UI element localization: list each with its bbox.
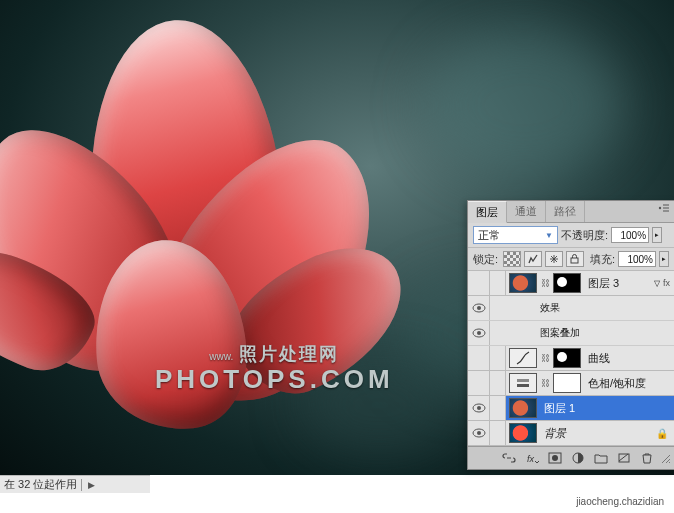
visibility-toggle[interactable] bbox=[468, 271, 490, 295]
svg-rect-10 bbox=[517, 384, 529, 387]
link-col[interactable] bbox=[490, 371, 506, 395]
effects-row[interactable]: 效果 bbox=[468, 296, 674, 321]
fill-stepper[interactable]: ▸ bbox=[659, 251, 669, 267]
opacity-stepper[interactable]: ▸ bbox=[652, 227, 662, 243]
layer-style-button[interactable]: fx bbox=[521, 449, 543, 467]
svg-rect-4 bbox=[571, 258, 578, 263]
layer-name[interactable]: 图层 3 bbox=[584, 276, 654, 291]
link-col[interactable] bbox=[490, 421, 506, 445]
link-col[interactable] bbox=[490, 271, 506, 295]
adjustment-thumbnail[interactable] bbox=[509, 348, 537, 368]
watermark-www: www. bbox=[209, 351, 233, 362]
panel-tabs: 图层 通道 路径 bbox=[468, 201, 674, 223]
blend-mode-dropdown[interactable]: 正常 ▼ bbox=[473, 226, 558, 244]
visibility-toggle[interactable] bbox=[468, 371, 490, 395]
layer-name[interactable]: 色相/饱和度 bbox=[584, 376, 674, 391]
panel-menu-button[interactable] bbox=[654, 201, 674, 222]
status-menu-arrow[interactable]: ▶ bbox=[88, 480, 95, 490]
layer-name[interactable]: 图层 1 bbox=[540, 401, 674, 416]
layers-panel[interactable]: 图层 通道 路径 正常 ▼ 不透明度: 100% ▸ 锁定: 填充: 100% … bbox=[467, 200, 674, 470]
svg-rect-19 bbox=[619, 454, 629, 462]
new-group-button[interactable] bbox=[590, 449, 612, 467]
svg-rect-9 bbox=[517, 379, 529, 382]
adjustment-layer-button[interactable] bbox=[567, 449, 589, 467]
lock-transparent-button[interactable] bbox=[503, 251, 521, 267]
layer-mask-button[interactable] bbox=[544, 449, 566, 467]
layer-thumbnail[interactable] bbox=[509, 398, 537, 418]
lock-label: 锁定: bbox=[473, 252, 498, 267]
link-col[interactable] bbox=[490, 396, 506, 420]
panel-footer: fx bbox=[468, 446, 674, 469]
svg-point-17 bbox=[552, 455, 558, 461]
mask-thumbnail[interactable] bbox=[553, 348, 581, 368]
status-bar: 在 32 位起作用 ▶ bbox=[0, 475, 150, 493]
mask-thumbnail[interactable] bbox=[553, 373, 581, 393]
fill-label: 填充: bbox=[590, 252, 615, 267]
svg-point-12 bbox=[477, 406, 481, 410]
visibility-toggle[interactable] bbox=[468, 346, 490, 370]
visibility-toggle[interactable] bbox=[468, 321, 490, 345]
tab-paths[interactable]: 路径 bbox=[546, 201, 585, 222]
effects-label: 效果 bbox=[490, 301, 674, 315]
svg-line-22 bbox=[669, 462, 670, 463]
layer-row-curves[interactable]: ⛓ 曲线 bbox=[468, 346, 674, 371]
pattern-overlay-row[interactable]: 图案叠加 bbox=[468, 321, 674, 346]
delete-layer-button[interactable] bbox=[636, 449, 658, 467]
layer-name[interactable]: 背景 bbox=[540, 426, 656, 441]
status-text: 在 32 位起作用 bbox=[4, 477, 77, 492]
lock-position-button[interactable] bbox=[545, 251, 563, 267]
mask-thumbnail[interactable] bbox=[553, 273, 581, 293]
layer-row-layer1[interactable]: 图层 1 bbox=[468, 396, 674, 421]
bottom-strip: jiaocheng.chazidian bbox=[0, 493, 674, 513]
visibility-toggle[interactable] bbox=[468, 296, 490, 320]
watermark: www.照片处理网 PHOTOPS.COM bbox=[155, 342, 394, 395]
resize-grip[interactable] bbox=[659, 452, 671, 464]
layer-row-background[interactable]: 背景 🔒 bbox=[468, 421, 674, 446]
fx-badge: fx bbox=[663, 278, 674, 288]
watermark-text: 照片处理网 bbox=[239, 344, 339, 364]
svg-point-8 bbox=[477, 331, 481, 335]
new-layer-button[interactable] bbox=[613, 449, 635, 467]
layer-name[interactable]: 曲线 bbox=[584, 351, 674, 366]
link-layers-button[interactable] bbox=[498, 449, 520, 467]
layer-row-hue-sat[interactable]: ⛓ 色相/饱和度 bbox=[468, 371, 674, 396]
link-col[interactable] bbox=[490, 346, 506, 370]
watermark-domain: PHOTOPS.COM bbox=[155, 364, 394, 395]
lock-all-button[interactable] bbox=[566, 251, 584, 267]
layer-thumbnail[interactable] bbox=[509, 423, 537, 443]
bg-blur bbox=[424, 30, 624, 180]
tab-layers[interactable]: 图层 bbox=[468, 201, 507, 223]
lock-icon: 🔒 bbox=[656, 428, 674, 439]
link-icon: ⛓ bbox=[540, 274, 550, 292]
fx-collapse[interactable]: ▽ bbox=[654, 279, 663, 288]
lotus-flower bbox=[0, 0, 380, 470]
layer-list: ⛓ 图层 3 ▽ fx 效果 图案叠加 ⛓ 曲线 ⛓ bbox=[468, 271, 674, 446]
opacity-label: 不透明度: bbox=[561, 228, 608, 243]
lock-fill-row: 锁定: 填充: 100% ▸ bbox=[468, 248, 674, 271]
svg-line-20 bbox=[662, 455, 670, 463]
adjustment-thumbnail[interactable] bbox=[509, 373, 537, 393]
layer-thumbnail[interactable] bbox=[509, 273, 537, 293]
svg-point-14 bbox=[477, 431, 481, 435]
blend-opacity-row: 正常 ▼ 不透明度: 100% ▸ bbox=[468, 223, 674, 248]
lock-image-button[interactable] bbox=[524, 251, 542, 267]
link-icon: ⛓ bbox=[540, 374, 550, 392]
opacity-input[interactable]: 100% bbox=[611, 227, 649, 243]
pattern-overlay-label: 图案叠加 bbox=[490, 326, 674, 340]
visibility-toggle[interactable] bbox=[468, 421, 490, 445]
svg-text:fx: fx bbox=[527, 454, 535, 464]
fill-input[interactable]: 100% bbox=[618, 251, 656, 267]
blend-mode-value: 正常 bbox=[478, 228, 500, 243]
footer-site-text: jiaocheng.chazidian bbox=[576, 496, 664, 507]
link-icon: ⛓ bbox=[540, 349, 550, 367]
layer-row-layer3[interactable]: ⛓ 图层 3 ▽ fx bbox=[468, 271, 674, 296]
svg-point-0 bbox=[659, 207, 661, 209]
chevron-down-icon: ▼ bbox=[545, 231, 553, 240]
visibility-toggle[interactable] bbox=[468, 396, 490, 420]
tab-channels[interactable]: 通道 bbox=[507, 201, 546, 222]
svg-point-6 bbox=[477, 306, 481, 310]
